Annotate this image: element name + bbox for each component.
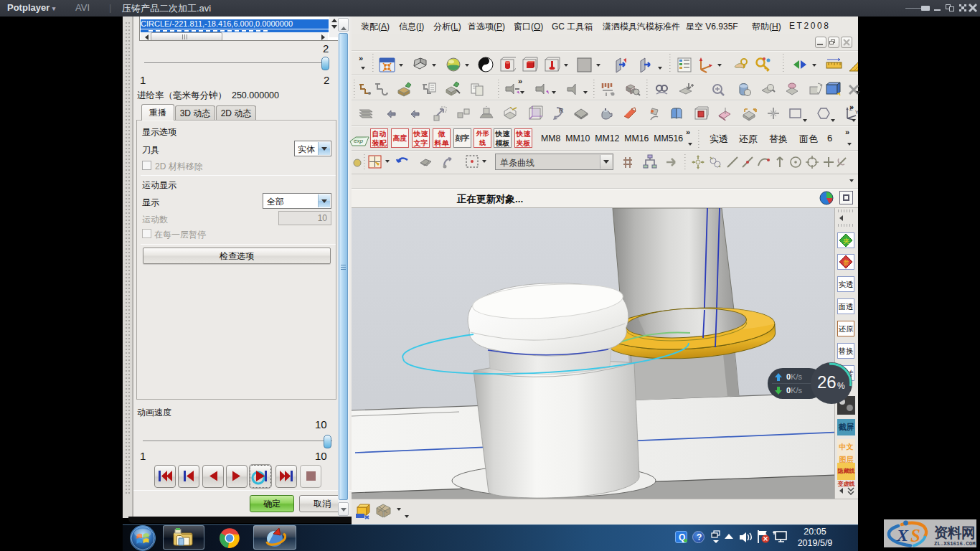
svg-text:参: 参 bbox=[843, 259, 849, 266]
svg-text:exp: exp bbox=[354, 138, 363, 144]
svg-text:S: S bbox=[910, 526, 920, 545]
svg-text:ZL.XS1616.COM: ZL.XS1616.COM bbox=[934, 541, 976, 547]
svg-text:R: R bbox=[559, 107, 564, 114]
svg-text:Y: Y bbox=[855, 110, 858, 115]
svg-text:X: X bbox=[896, 526, 909, 545]
svg-text:资料网: 资料网 bbox=[934, 524, 975, 540]
svg-text:夹: 夹 bbox=[843, 237, 849, 245]
